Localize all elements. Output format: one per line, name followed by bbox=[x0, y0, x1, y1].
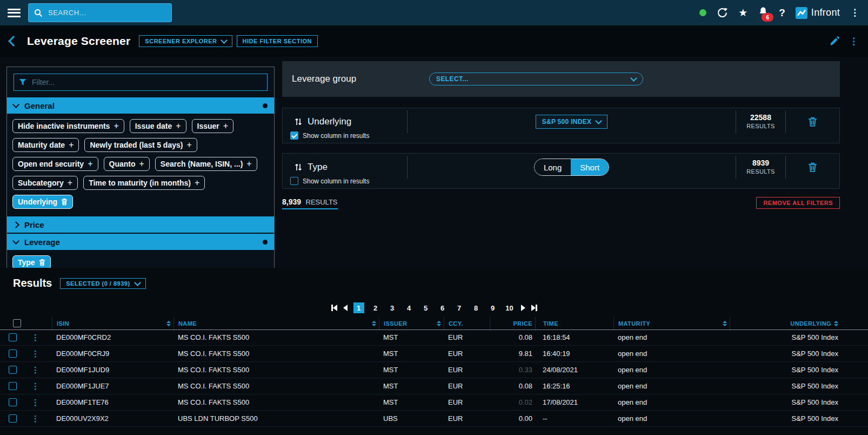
notifications-bell[interactable]: 6 bbox=[758, 6, 769, 19]
sync-icon[interactable] bbox=[717, 7, 728, 18]
column-header-time[interactable]: TIME bbox=[535, 317, 613, 329]
previous-page-button[interactable] bbox=[343, 304, 348, 312]
row-menu-icon[interactable]: ⋮ bbox=[31, 398, 39, 407]
sort-arrows-icon[interactable] bbox=[295, 117, 302, 126]
page-button-1[interactable]: 1 bbox=[353, 302, 364, 313]
filter-chip-hide-inactive-instruments[interactable]: Hide inactive instruments+ bbox=[12, 119, 124, 133]
row-checkbox-cell bbox=[9, 329, 27, 345]
row-menu-icon[interactable]: ⋮ bbox=[31, 381, 39, 391]
last-page-button[interactable] bbox=[531, 304, 537, 312]
page-title: Leverage Screener bbox=[27, 35, 130, 48]
underlying-value-button[interactable]: S&P 500 INDEX bbox=[536, 115, 608, 129]
chip-trash-icon[interactable] bbox=[61, 198, 68, 206]
checkbox-checked[interactable] bbox=[290, 131, 298, 140]
sort-icon[interactable] bbox=[372, 321, 376, 326]
header-overflow-icon[interactable]: ⋮ bbox=[849, 36, 858, 47]
row-checkbox[interactable] bbox=[9, 414, 17, 423]
filter-section-header-general[interactable]: General bbox=[7, 97, 274, 114]
row-menu-icon[interactable]: ⋮ bbox=[31, 349, 39, 359]
cell-issuer: MST bbox=[379, 346, 444, 361]
table-row[interactable]: ⋮DE000MF0CRJ9MS CO.I. FAKTS S500MSTEUR9.… bbox=[0, 346, 868, 362]
row-checkbox[interactable] bbox=[9, 366, 17, 374]
remove-all-filters-button[interactable]: REMOVE ALL FILTERS bbox=[756, 197, 840, 209]
sort-icon[interactable] bbox=[437, 321, 441, 326]
hide-filter-section-button[interactable]: HIDE FILTER SECTION bbox=[237, 35, 318, 47]
toggle-option-short[interactable]: Short bbox=[571, 159, 609, 175]
column-header-issuer[interactable]: ISSUER bbox=[379, 317, 444, 329]
filter-search[interactable] bbox=[14, 74, 268, 91]
filter-chip-issuer[interactable]: Issuer+ bbox=[192, 119, 234, 133]
menu-icon[interactable] bbox=[8, 9, 21, 17]
filter-chip-quanto[interactable]: Quanto+ bbox=[104, 157, 150, 171]
column-header-maturity[interactable]: MATURITY bbox=[613, 317, 730, 329]
cell-name: UBS LDN TURBOP S500 bbox=[173, 411, 379, 426]
total-results-link[interactable]: 8,939 RESULTS bbox=[282, 197, 338, 209]
filter-chips: Hide inactive instruments+Issue date+Iss… bbox=[7, 114, 274, 215]
cell-issuer: MST bbox=[379, 362, 444, 378]
first-page-button[interactable] bbox=[331, 304, 337, 312]
filter-section-header-leverage[interactable]: Leverage bbox=[7, 234, 274, 250]
filter-section-header-price[interactable]: Price bbox=[7, 216, 274, 233]
filter-chip-underlying[interactable]: Underlying bbox=[12, 195, 73, 209]
row-menu-icon[interactable]: ⋮ bbox=[31, 333, 39, 342]
column-header-label: PRICE bbox=[513, 320, 532, 327]
row-checkbox[interactable] bbox=[9, 333, 17, 341]
page-button-5[interactable]: 5 bbox=[420, 302, 431, 313]
favorites-star-icon[interactable]: ★ bbox=[738, 8, 747, 18]
filter-chip-open-end-security[interactable]: Open end security+ bbox=[12, 157, 98, 171]
page-button-8[interactable]: 8 bbox=[471, 302, 482, 313]
page-button-7[interactable]: 7 bbox=[454, 302, 465, 313]
page-button-2[interactable]: 2 bbox=[370, 302, 381, 313]
filter-chip-search-name-isin[interactable]: Search (Name, ISIN, ...)+ bbox=[155, 157, 257, 171]
row-checkbox[interactable] bbox=[9, 350, 17, 358]
select-all-checkbox[interactable] bbox=[13, 319, 21, 327]
help-icon[interactable]: ? bbox=[779, 7, 785, 19]
row-checkbox[interactable] bbox=[9, 398, 17, 406]
back-chevron-icon[interactable] bbox=[8, 36, 19, 47]
filter-chip-subcategory[interactable]: Subcategory+ bbox=[12, 176, 78, 190]
page-button-10[interactable]: 10 bbox=[504, 302, 515, 313]
page-button-4[interactable]: 4 bbox=[404, 302, 415, 313]
filter-chip-maturity-date[interactable]: Maturity date+ bbox=[12, 138, 79, 152]
page-button-6[interactable]: 6 bbox=[437, 302, 448, 313]
sort-arrows-icon[interactable] bbox=[295, 163, 302, 172]
table-row[interactable]: ⋮DE000MF0CRD2MS CO.I. FAKTS S500MSTEUR0.… bbox=[0, 329, 868, 346]
column-header-name[interactable]: NAME bbox=[173, 317, 379, 329]
selected-dropdown-button[interactable]: SELECTED (0 / 8939) bbox=[60, 278, 145, 289]
table-row[interactable]: ⋮DE000MF1JUD9MS CO.I. FAKTS S500MSTEUR0.… bbox=[0, 362, 868, 378]
page-button-9[interactable]: 9 bbox=[488, 302, 498, 313]
table-row[interactable]: ⋮DE000UV2X9X2UBS LDN TURBOP S500UBSEUR0.… bbox=[0, 411, 868, 427]
row-menu-icon[interactable]: ⋮ bbox=[31, 414, 39, 424]
trash-icon[interactable] bbox=[808, 116, 817, 127]
table-row[interactable]: ⋮DE000MF1JUE7MS CO.I. FAKTS S500MSTEUR0.… bbox=[0, 378, 868, 394]
filter-input[interactable] bbox=[31, 77, 262, 87]
row-menu-icon[interactable]: ⋮ bbox=[31, 365, 39, 375]
show-column-toggle[interactable]: Show column in results bbox=[290, 177, 369, 185]
show-column-toggle[interactable]: Show column in results bbox=[290, 131, 369, 140]
edit-pencil-icon[interactable] bbox=[829, 36, 839, 47]
chip-trash-icon[interactable] bbox=[39, 259, 45, 266]
filter-chip-issue-date[interactable]: Issue date+ bbox=[130, 119, 186, 133]
table-row[interactable]: ⋮DE000MF1TE76MS CO.I. FAKTS S500MSTEUR0.… bbox=[0, 394, 868, 411]
column-header-ccy[interactable]: CCY. bbox=[444, 317, 490, 329]
leverage-group-select[interactable]: SELECT... bbox=[429, 72, 643, 85]
column-header-underlying[interactable]: UNDERLYING bbox=[730, 317, 841, 329]
row-checkbox[interactable] bbox=[9, 382, 17, 390]
trash-icon[interactable] bbox=[808, 162, 817, 173]
checkbox-unchecked[interactable] bbox=[290, 177, 298, 185]
sort-icon[interactable] bbox=[723, 321, 727, 326]
sort-icon[interactable] bbox=[834, 321, 838, 326]
column-header-isin[interactable]: ISIN bbox=[52, 317, 173, 329]
toggle-option-long[interactable]: Long bbox=[535, 159, 571, 175]
sort-icon[interactable] bbox=[166, 321, 171, 326]
filter-chip-newly-traded-last-5-days[interactable]: Newly traded (last 5 days)+ bbox=[84, 138, 197, 152]
filter-chip-time-to-maturity-in-months[interactable]: Time to maturity (in months)+ bbox=[83, 176, 205, 190]
global-search[interactable] bbox=[28, 3, 172, 22]
column-header-price[interactable]: PRICE bbox=[490, 317, 535, 329]
search-input[interactable] bbox=[47, 8, 166, 17]
topbar-overflow-icon[interactable]: ⋮ bbox=[850, 8, 859, 17]
next-page-button[interactable] bbox=[521, 304, 525, 312]
screener-explorer-button[interactable]: SCREENER EXPLORER bbox=[139, 35, 232, 47]
page-button-3[interactable]: 3 bbox=[387, 302, 398, 313]
page-header: Leverage Screener SCREENER EXPLORER HIDE… bbox=[0, 25, 868, 57]
